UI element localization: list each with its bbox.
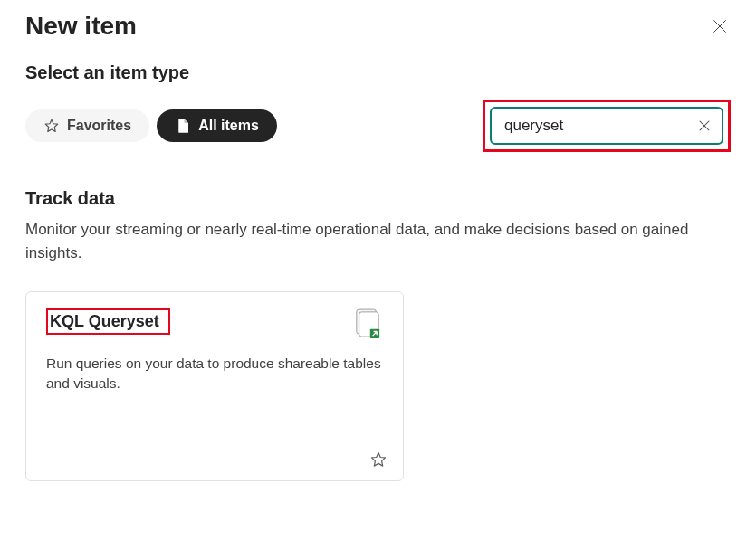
filter-pills: Favorites All items xyxy=(25,109,277,142)
allitems-label: All items xyxy=(198,118,259,134)
close-icon xyxy=(711,17,729,35)
card-title-highlight-box: KQL Queryset xyxy=(46,308,170,335)
star-icon xyxy=(43,118,60,134)
search-field[interactable] xyxy=(490,107,723,145)
section-description: Monitor your streaming or nearly real-ti… xyxy=(25,218,713,264)
svg-marker-2 xyxy=(45,119,58,131)
page-icon xyxy=(175,118,191,134)
x-icon xyxy=(696,118,713,134)
clear-search-button[interactable] xyxy=(694,116,714,136)
search-input[interactable] xyxy=(504,117,687,135)
allitems-filter-button[interactable]: All items xyxy=(157,109,277,142)
svg-marker-8 xyxy=(372,453,386,467)
close-button[interactable] xyxy=(709,15,731,37)
section-heading: Track data xyxy=(25,188,731,209)
dialog-title: New item xyxy=(25,12,137,41)
queryset-icon xyxy=(354,308,383,337)
favorites-label: Favorites xyxy=(67,118,131,134)
dialog-subtitle: Select an item type xyxy=(25,62,731,83)
favorite-toggle-button[interactable] xyxy=(368,450,388,470)
card-description: Run queries on your data to produce shar… xyxy=(46,354,383,394)
star-outline-icon xyxy=(369,451,388,469)
favorites-filter-button[interactable]: Favorites xyxy=(25,109,149,142)
search-highlight-box xyxy=(483,100,731,152)
card-title: KQL Queryset xyxy=(50,312,159,330)
item-card-kql-queryset[interactable]: KQL Queryset Run queries on your data to… xyxy=(25,291,404,481)
